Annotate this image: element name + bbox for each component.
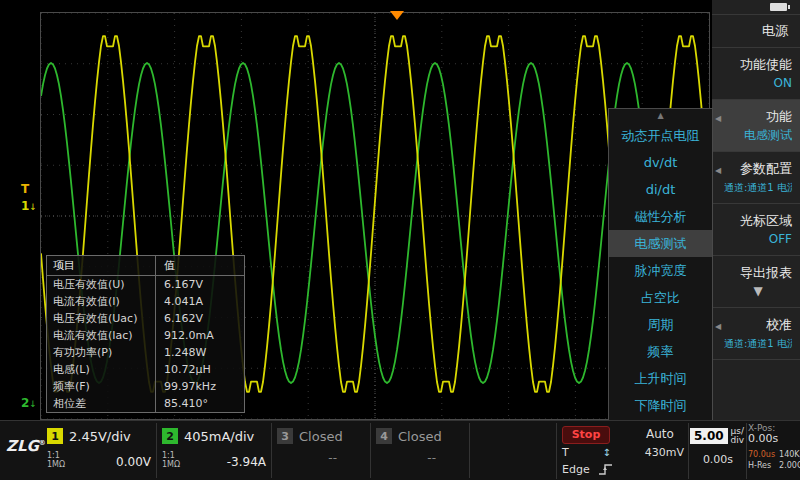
menu-section-calibration[interactable]: ◀ 校准 通道:通道1 电流: [712, 308, 800, 360]
row-value: 6.162V: [155, 310, 244, 327]
section-value: 通道:通道1 电流: [724, 179, 792, 196]
channel-1-control[interactable]: 1 2.45V/div 1:1 1MΩ 0.00V: [42, 423, 157, 478]
section-value: OFF: [724, 231, 792, 248]
power-menu-button[interactable]: 电源: [712, 14, 800, 48]
trigger-type-label: Edge: [562, 463, 590, 476]
table-row: 电压有效值(Uac)6.162V: [47, 310, 244, 327]
section-title: 参数配置: [724, 159, 792, 179]
table-row: 有功功率(P)1.248W: [47, 344, 244, 361]
channel-2-badge: 2: [162, 428, 178, 444]
menu-item-4[interactable]: 电感测试: [609, 230, 712, 257]
menu-item-9[interactable]: 上升时间: [609, 366, 712, 393]
chevron-left-icon: ◀: [715, 166, 721, 175]
channel-3-value: --: [328, 451, 337, 465]
oscilloscope-screen: T 1↓ 2↓ 项目 值 电压有效值(U)6.167V 电流有效值(I)4.04…: [0, 0, 800, 480]
run-stop-button[interactable]: Stop: [562, 426, 610, 444]
battery-icon: [770, 3, 792, 12]
channel-1-offset-value: 0.00V: [116, 455, 151, 469]
menu-item-0[interactable]: 动态开点电阻: [609, 122, 712, 149]
trigger-level-label: T: [21, 182, 29, 196]
trigger-source-label: T: [562, 446, 569, 459]
measure-menu-list: 动态开点电阻dv/dtdi/dt磁性分析电感测试脉冲宽度占空比周期频率上升时间下…: [609, 122, 712, 420]
ch1-offset-marker[interactable]: 1↓: [21, 199, 37, 214]
bottom-status-bar: ZLG® 1 2.45V/div 1:1 1MΩ 0.00V 2 405mA/d…: [0, 420, 800, 480]
table-row: 频率(F)99.97kHz: [47, 378, 244, 395]
row-value: 99.97kHz: [155, 378, 244, 395]
menu-item-10[interactable]: 下降时间: [609, 393, 712, 420]
header-item: 项目: [47, 256, 155, 275]
section-title: 功能使能: [724, 55, 792, 75]
table-row: 电流有效值(I)4.041A: [47, 293, 244, 310]
down-arrow-icon: ↓: [29, 399, 37, 409]
menu-item-2[interactable]: di/dt: [609, 176, 712, 203]
channel-2-probe-ratio: 1:1: [162, 451, 180, 460]
row-label: 频率(F): [47, 378, 155, 395]
trigger-level-row[interactable]: T ↕ 430mV: [562, 446, 684, 459]
chevron-left-icon: ◀: [715, 322, 721, 331]
chevron-left-icon: ◀: [715, 114, 721, 123]
channel-2-impedance: 1MΩ: [162, 460, 180, 469]
divider: [688, 423, 689, 479]
menu-section-function[interactable]: ◀ 功能 电感测试: [712, 100, 800, 152]
table-row: 电感(L)10.72µH: [47, 361, 244, 378]
menu-section-function-enable[interactable]: 功能使能 ON: [712, 48, 800, 100]
trigger-level-marker[interactable]: T: [21, 182, 29, 196]
row-value: 85.410°: [155, 395, 244, 412]
trigger-position-marker[interactable]: [390, 11, 404, 20]
level-adjust-icon: ↕: [603, 447, 611, 458]
table-row: 电压有效值(U)6.167V: [47, 276, 244, 293]
row-value: 10.72µH: [155, 361, 244, 378]
header-value: 值: [155, 256, 244, 275]
row-label: 电压有效值(Uac): [47, 310, 155, 327]
section-title: 光标区域: [724, 211, 792, 231]
measurement-table-header: 项目 值: [47, 256, 244, 276]
menu-item-1[interactable]: dv/dt: [609, 149, 712, 176]
section-title: 导出报表: [724, 263, 792, 283]
row-label: 电流有效值(I): [47, 293, 155, 310]
section-title: 功能: [724, 107, 792, 127]
menu-section-cursor[interactable]: 光标区域 OFF: [712, 204, 800, 256]
row-value: 6.167V: [155, 276, 244, 293]
menu-section-export[interactable]: 导出报表 ▼: [712, 256, 800, 308]
memory-depth-value: 140Kpts: [779, 450, 800, 459]
channel-3-control[interactable]: 3 Closed --: [272, 423, 371, 478]
table-row: 电流有效值(Iac)912.0mA: [47, 327, 244, 344]
window-span-value: 70.0us: [748, 450, 775, 459]
channel-2-offset-value: -3.94A: [227, 455, 266, 469]
menu-section-parameters[interactable]: ◀ 参数配置 通道:通道1 电流: [712, 152, 800, 204]
divider: [746, 423, 747, 479]
brand-logo: ZLG®: [6, 437, 46, 455]
channel-4-control[interactable]: 4 Closed --: [371, 423, 470, 478]
menu-item-3[interactable]: 磁性分析: [609, 203, 712, 230]
trigger-type-row[interactable]: Edge: [562, 463, 684, 476]
channel-1-probe-ratio: 1:1: [47, 451, 65, 460]
channel-4-value: --: [427, 451, 436, 465]
menu-item-6[interactable]: 占空比: [609, 285, 712, 312]
row-value: 4.041A: [155, 293, 244, 310]
dropdown-arrow-icon: ▼: [724, 283, 792, 300]
menu-item-5[interactable]: 脉冲宽度: [609, 257, 712, 284]
divider: [556, 423, 557, 479]
horizontal-offset-value: 0.00s: [690, 453, 746, 466]
channel-3-state: Closed: [299, 429, 343, 444]
channel-2-control[interactable]: 2 405mA/div 1:1 1MΩ -3.94A: [157, 423, 272, 478]
section-value: 通道:通道1 电流: [724, 335, 792, 352]
trigger-level-value: 430mV: [645, 446, 684, 459]
rising-edge-icon: [598, 463, 614, 476]
menu-item-8[interactable]: 频率: [609, 339, 712, 366]
menu-item-7[interactable]: 周期: [609, 312, 712, 339]
ch2-offset-marker[interactable]: 2↓: [21, 396, 37, 411]
hres-label: H-Res: [748, 461, 775, 470]
channel-1-impedance: 1MΩ: [47, 460, 65, 469]
timebase-value: 5.00: [690, 428, 728, 444]
channel-4-badge: 4: [376, 428, 392, 444]
horizontal-info: X-Pos: 0.00s 70.0us 140Kpts H-Res 2.00GS…: [748, 423, 798, 470]
measure-menu-popup: ▲ 动态开点电阻dv/dtdi/dt磁性分析电感测试脉冲宽度占空比周期频率上升时…: [608, 108, 713, 421]
row-value: 1.248W: [155, 344, 244, 361]
trigger-mode-label[interactable]: Auto: [646, 427, 674, 441]
row-label: 电流有效值(Iac): [47, 327, 155, 344]
scroll-up-icon[interactable]: ▲: [609, 109, 712, 122]
timebase-control[interactable]: 5.00 µs/ div 0.00s: [690, 423, 746, 479]
down-arrow-icon: ↓: [29, 202, 37, 212]
row-label: 电感(L): [47, 361, 155, 378]
